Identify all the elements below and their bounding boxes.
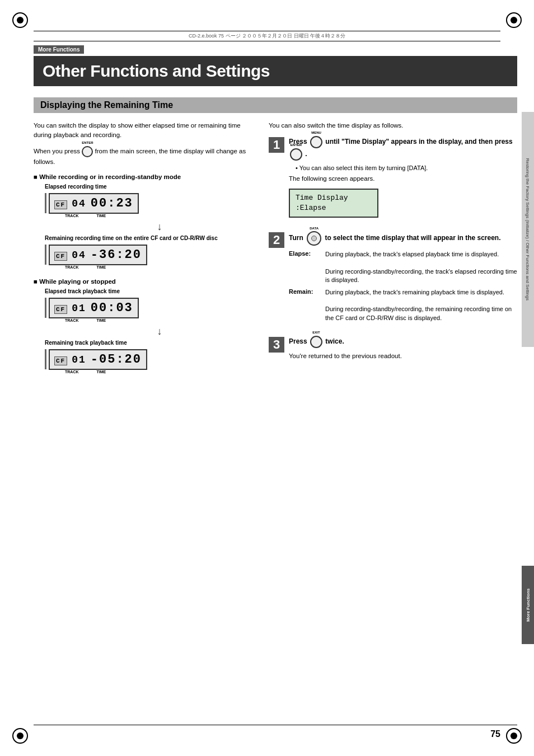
remain-desc: During playback, the track's remaining p… xyxy=(325,288,517,323)
bullet-1: You can also select this item by turning… xyxy=(296,164,517,172)
more-functions-tab: More Functions xyxy=(522,566,534,644)
corner-mark-bl xyxy=(12,728,28,744)
step-1-content: Press MENU until "Time Display" appears … xyxy=(289,136,517,222)
lcd-box-4: CF 01 -05:20 xyxy=(49,349,147,370)
screen-display: Time Display :Elapse xyxy=(289,189,378,218)
data-label-top: DATA xyxy=(310,226,318,231)
step-3-block: 3 Press EXIT twice. You're returned to t… xyxy=(269,336,517,367)
returned-text: You're returned to the previous readout. xyxy=(289,351,517,361)
lcd-display-2: CF 04 -36:20 TRACK TIME xyxy=(45,245,252,269)
left-column: You can switch the display to show eithe… xyxy=(34,121,252,377)
lcd-icon-3: CF xyxy=(54,305,67,314)
corner-mark-br xyxy=(506,728,522,744)
arrow-down-1: ↓ xyxy=(67,221,252,233)
lcd3-time: 00:03 xyxy=(91,301,133,315)
two-col-layout: You can switch the display to show eithe… xyxy=(34,121,517,377)
corner-mark-tr xyxy=(506,12,522,28)
lcd1-time: 00:23 xyxy=(91,196,133,210)
remaining-track-label: Remaining track playback time xyxy=(45,340,252,346)
breadcrumb: More Functions xyxy=(34,45,84,54)
also-switch-text: You can also switch the time display as … xyxy=(269,121,517,130)
enter-button-icon xyxy=(82,146,93,157)
playing-stopped-heading: ■ While playing or stopped xyxy=(34,278,252,285)
lcd-icon-1: CF xyxy=(54,200,67,209)
enter-button-icon2 xyxy=(290,148,302,161)
lcd4-sub-labels: TRACK TIME xyxy=(45,370,252,374)
right-tab-section: Restoring the Factory Settings (Initiali… xyxy=(522,112,534,347)
step-1-number: 1 xyxy=(269,137,284,153)
main-content: More Functions Other Functions and Setti… xyxy=(34,45,517,722)
lcd-box-2: CF 04 -36:20 xyxy=(49,245,147,265)
data-button-icon xyxy=(307,231,321,246)
lcd-icon-4: CF xyxy=(54,356,67,365)
menu-label-top: MENU xyxy=(311,130,321,135)
step-3-content: Press EXIT twice. You're returned to the… xyxy=(289,336,517,367)
elapse-label: Elapse: xyxy=(289,250,320,285)
exit-button-icon xyxy=(310,336,322,348)
section-heading: Displaying the Remaining Time xyxy=(34,97,517,113)
step-2-content: Turn DATA to select the time display tha… xyxy=(289,231,517,327)
lcd-display-4: CF 01 -05:20 TRACK TIME xyxy=(45,349,252,374)
lcd2-time: -36:20 xyxy=(91,248,142,262)
intro-text: You can switch the display to show eithe… xyxy=(34,121,252,140)
enter-label-top2: ENTER xyxy=(291,143,302,147)
lcd-display-3: CF 01 00:03 TRACK TIME xyxy=(45,298,252,322)
term-elapse: Elapse: During playback, the track's ela… xyxy=(289,250,517,285)
remain-label: Remain: xyxy=(289,288,320,323)
when-press-text: When you press ENTER from the main scree… xyxy=(34,146,252,167)
arrow-down-2: ↓ xyxy=(67,326,252,337)
header-line: CD-2.e.book 75 ページ ２００５年２月２０日 日曜日 午後４時２８… xyxy=(34,31,500,41)
page-number: 75 xyxy=(490,729,500,739)
lcd3-sub-labels: TRACK TIME xyxy=(45,318,252,322)
lcd4-track: 01 xyxy=(72,354,86,365)
enter-label-top: ENTER xyxy=(82,140,93,145)
screen-line2: :Elapse xyxy=(296,203,372,213)
corner-mark-tl xyxy=(12,12,28,28)
lcd4-time: -05:20 xyxy=(91,353,142,367)
lcd3-track: 01 xyxy=(72,303,86,314)
exit-label-top: EXIT xyxy=(312,330,320,335)
lcd-box-1: CF 04 00:23 xyxy=(49,193,139,214)
lcd1-track: 04 xyxy=(72,198,86,209)
term-block: Elapse: During playback, the track's ela… xyxy=(289,250,517,322)
step-2-text: Turn DATA to select the time display tha… xyxy=(289,231,517,246)
elapse-desc: During playback, the track's elapsed pla… xyxy=(325,250,517,285)
step-2-number: 2 xyxy=(269,232,284,248)
lcd2-sub-labels: TRACK TIME xyxy=(45,265,252,269)
term-remain: Remain: During playback, the track's rem… xyxy=(289,288,517,323)
step-1-text: Press MENU until "Time Display" appears … xyxy=(289,136,517,161)
lcd-icon-2: CF xyxy=(54,252,67,261)
lcd-display-1: CF 04 00:23 TRACK TIME xyxy=(45,193,252,218)
lcd1-sub-labels: TRACK TIME xyxy=(45,214,252,218)
screen-line1: Time Display xyxy=(296,193,372,203)
remaining-recording-label: Remaining recording time on the entire C… xyxy=(45,235,252,241)
menu-button-icon xyxy=(310,136,322,148)
lcd2-track: 04 xyxy=(72,250,86,261)
step-2-block: 2 Turn DATA to select the time display t… xyxy=(269,231,517,327)
elapsed-track-label: Elapsed track playback time xyxy=(45,288,252,294)
following-screen-text: The following screen appears. xyxy=(289,175,517,182)
step-3-text: Press EXIT twice. xyxy=(289,336,517,348)
step-3-number: 3 xyxy=(269,337,284,353)
page-title: Other Functions and Settings xyxy=(34,56,517,86)
step-1-block: 1 Press MENU until "Time Display" appear… xyxy=(269,136,517,222)
elapsed-recording-label: Elapsed recording time xyxy=(45,184,252,190)
bottom-line xyxy=(34,725,517,725)
recording-standby-heading: ■ While recording or in recording-standb… xyxy=(34,173,252,180)
right-column: You can also switch the time display as … xyxy=(269,121,517,377)
lcd-box-3: CF 01 00:03 xyxy=(49,298,139,318)
